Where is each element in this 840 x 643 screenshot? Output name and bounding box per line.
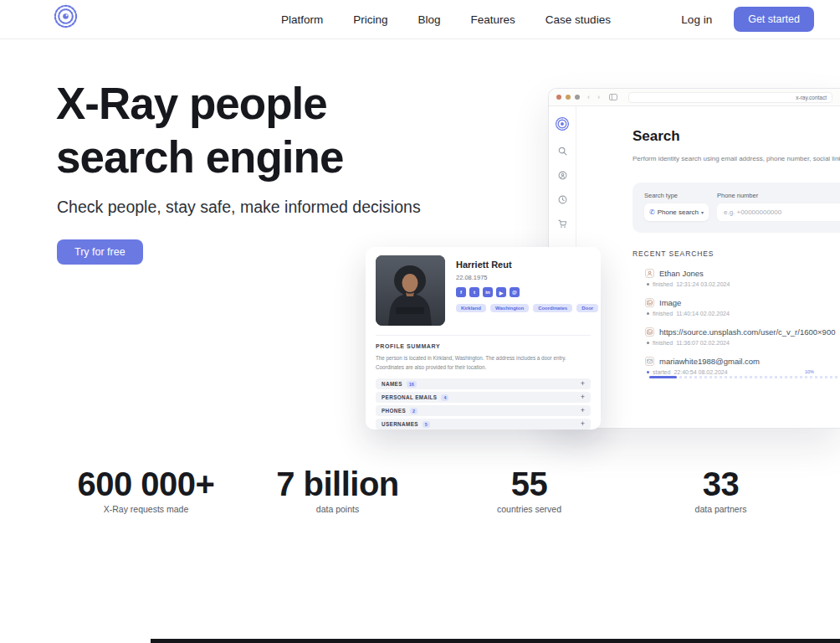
traffic-light-zoom-icon[interactable] [575, 95, 580, 100]
address-bar[interactable]: x-ray.contact [628, 92, 832, 103]
count-badge: 5 [423, 421, 430, 428]
app-main: Search Perform identity search using ema… [576, 106, 840, 429]
youtube-icon[interactable]: ▶ [496, 287, 506, 297]
linkedin-icon[interactable]: in [483, 287, 493, 297]
stat-label: data partners [625, 504, 817, 514]
recent-search-entry[interactable]: mariawhite1988@gmail.com [645, 357, 840, 366]
stat-requests: 600 000+ X-Ray requests made [50, 466, 242, 514]
phone-number-input[interactable] [717, 203, 840, 221]
recent-status: finished 12:31:24 03.02.2024 [647, 281, 840, 287]
progress-percent-label: 10% [805, 369, 814, 374]
nav-link-features[interactable]: Features [471, 13, 515, 26]
status-dot [647, 342, 649, 344]
sidebar-toggle-icon[interactable] [609, 94, 617, 100]
status-text: finished [653, 311, 673, 316]
search-type-label: Search type [644, 192, 717, 199]
navbar: Platform Pricing Blog Features Case stud… [0, 0, 840, 39]
stat-label: X-Ray requests made [50, 504, 242, 514]
progress-fill [649, 376, 677, 378]
status-timestamp: 12:31:24 03.02.2024 [676, 281, 730, 287]
recent-query: https://source.unsplash.com/user/c_v_r/1… [659, 327, 835, 337]
section-phones[interactable]: PHONES 2 + [376, 405, 591, 416]
traffic-light-close-icon[interactable] [556, 95, 561, 100]
profile-photo [376, 255, 445, 326]
status-timestamp: 11:40:14 02.02.2024 [676, 311, 730, 316]
phone-icon: ✆ [649, 208, 655, 216]
social-links: f t in ▶ @ [456, 287, 598, 297]
section-usernames[interactable]: USERNAMES 5 + [376, 419, 591, 430]
plus-icon[interactable]: + [581, 380, 585, 388]
search-form-panel: Search type Phone number ✆ Phone search … [633, 183, 840, 233]
profile-icon[interactable] [558, 171, 567, 180]
profile-tags: Kirkland Washington Coordinates Door [456, 304, 598, 312]
status-text: started [653, 369, 670, 375]
tag-coordinates[interactable]: Coordinates [533, 304, 572, 312]
section-label: PHONES [382, 408, 406, 414]
plus-icon[interactable]: + [581, 407, 585, 414]
stat-data-points: 7 billion data points [242, 466, 433, 514]
chevron-down-icon: ▾ [701, 209, 704, 215]
hero-title-line2: search engine [56, 131, 343, 184]
profile-dob: 22.08.1975 [456, 274, 598, 281]
tag-kirkland[interactable]: Kirkland [456, 304, 486, 312]
instagram-icon[interactable]: @ [510, 287, 520, 297]
plus-icon[interactable]: + [581, 394, 585, 401]
app-logo-icon[interactable] [555, 116, 570, 131]
nav-link-blog[interactable]: Blog [418, 13, 441, 26]
hero-title: X-Ray people search engine [56, 77, 343, 184]
forward-icon[interactable]: › [597, 94, 600, 101]
status-timestamp: 11:36:07 02.02.2024 [676, 340, 730, 346]
profile-summary-text: The person is located in Kirkland, Washi… [376, 353, 591, 372]
section-label: PERSONAL EMAILS [382, 394, 437, 400]
traffic-light-minimize-icon[interactable] [566, 95, 571, 100]
list-item: Image finished 11:40:14 02.02.2024 [645, 298, 840, 316]
search-page-description: Perform identity search using email addr… [633, 155, 840, 162]
status-timestamp: 22:40:54 08.02.2024 [674, 369, 727, 375]
nav-link-case-studies[interactable]: Case studies [545, 13, 611, 26]
brand-logo-icon[interactable] [53, 3, 79, 29]
tag-washington[interactable]: Washington [490, 304, 529, 312]
profile-sections: NAMES 16 + PERSONAL EMAILS 4 + PHONES 2 … [376, 378, 591, 430]
stat-label: countries served [433, 504, 625, 514]
phone-number-label: Phone number [717, 192, 758, 199]
profile-name: Harriett Reut [456, 260, 598, 270]
search-icon[interactable] [558, 147, 567, 156]
recent-search-entry[interactable]: Ethan Jones [645, 269, 840, 278]
login-link[interactable]: Log in [681, 13, 712, 26]
plus-icon[interactable]: + [581, 420, 585, 428]
status-dot [647, 283, 649, 285]
nav-link-platform[interactable]: Platform [281, 13, 323, 26]
count-badge: 2 [410, 408, 417, 414]
stat-label: data points [242, 504, 433, 514]
nav-link-pricing[interactable]: Pricing [353, 13, 387, 26]
cart-icon[interactable] [558, 219, 567, 229]
browser-toolbar: ‹ › x-ray.contact [549, 89, 840, 106]
twitter-icon[interactable]: t [469, 287, 479, 297]
stats-row: 600 000+ X-Ray requests made 7 billion d… [50, 466, 817, 514]
get-started-button[interactable]: Get started [734, 7, 814, 32]
facebook-icon[interactable]: f [456, 287, 466, 297]
person-icon [645, 269, 654, 278]
history-clock-icon[interactable] [558, 195, 567, 204]
profile-info: Harriett Reut 22.08.1975 f t in ▶ @ Kirk… [456, 255, 598, 326]
recent-search-entry[interactable]: Image [645, 298, 840, 307]
search-type-value: Phone search [658, 208, 699, 216]
stat-value: 33 [625, 466, 817, 503]
recent-searches-heading: RECENT SEARCHES [633, 249, 840, 258]
list-item: mariawhite1988@gmail.com started 22:40:5… [645, 357, 840, 378]
address-bar-url: x-ray.contact [796, 95, 827, 100]
back-icon[interactable]: ‹ [587, 94, 590, 101]
recent-search-entry[interactable]: https://source.unsplash.com/user/c_v_r/1… [645, 327, 840, 337]
recent-status: finished 11:40:14 02.02.2024 [647, 311, 840, 316]
profile-summary-heading: PROFILE SUMMARY [376, 343, 591, 349]
try-for-free-button[interactable]: Try for free [57, 239, 143, 265]
section-personal-emails[interactable]: PERSONAL EMAILS 4 + [376, 392, 591, 403]
count-badge: 4 [441, 394, 448, 401]
status-text: finished [653, 281, 673, 287]
list-item: Ethan Jones finished 12:31:24 03.02.2024 [645, 269, 840, 287]
section-names[interactable]: NAMES 16 + [376, 378, 591, 389]
search-type-select[interactable]: ✆ Phone search ▾ [644, 203, 709, 221]
profile-card: Harriett Reut 22.08.1975 f t in ▶ @ Kirk… [366, 247, 601, 430]
tag-door[interactable]: Door [576, 304, 598, 312]
email-icon [645, 357, 654, 366]
